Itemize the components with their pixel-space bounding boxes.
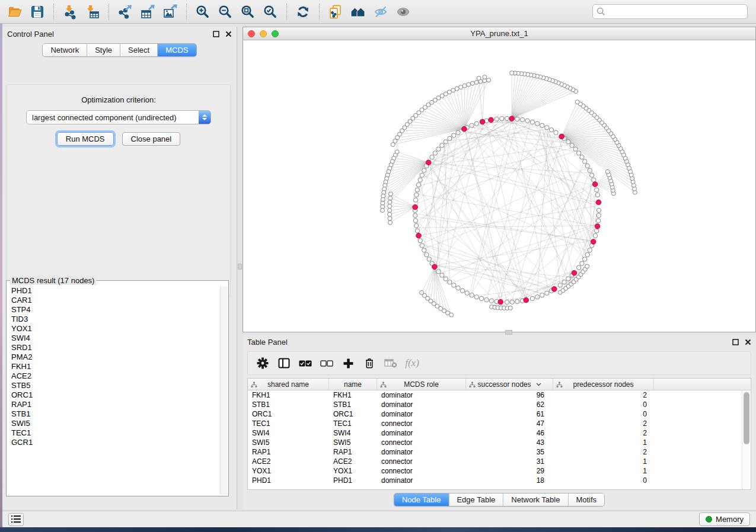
network-canvas[interactable] [243,40,755,332]
graph-leaf-node[interactable] [388,204,392,209]
vertical-splitter[interactable] [237,27,243,509]
mcds-result-item[interactable]: SWI5 [11,419,220,428]
graph-node[interactable] [540,293,544,297]
graph-node[interactable] [525,118,529,123]
graph-node[interactable] [489,299,493,303]
graph-node[interactable] [577,151,581,155]
table-scrollbar-thumb[interactable] [744,392,749,444]
column-header-name[interactable]: name [329,379,377,390]
table-scrollbar-track[interactable] [742,390,751,489]
graph-dominator-node[interactable] [426,160,431,165]
zoom-fit-button[interactable] [237,2,259,22]
graph-node[interactable] [593,233,597,238]
graph-node[interactable] [414,223,419,227]
graph-leaf-node[interactable] [388,209,392,213]
graph-node[interactable] [515,299,519,303]
export-image-button[interactable] [159,2,181,22]
graph-dominator-node[interactable] [595,224,600,229]
splitter-grip[interactable] [238,264,242,270]
graph-node[interactable] [583,257,587,261]
graph-node[interactable] [535,295,540,299]
graph-dominator-node[interactable] [462,127,467,132]
table-row[interactable]: RAP1RAP1dominator352 [248,447,742,457]
graph-leaf-node[interactable] [391,143,395,147]
graph-node[interactable] [588,248,592,252]
mcds-result-item[interactable]: ORC1 [11,390,220,400]
float-panel-button[interactable] [212,31,219,38]
graph-node[interactable] [596,213,601,217]
table-row[interactable]: FKH1FKH1dominator962 [248,390,742,400]
graph-dominator-node[interactable] [413,204,418,210]
graph-node[interactable] [448,136,452,140]
criterion-dropdown[interactable]: largest connected component (undirected) [26,110,211,124]
show-all-button[interactable] [392,2,414,22]
select-all-button[interactable] [296,354,314,372]
save-session-button[interactable] [26,2,49,22]
graph-node[interactable] [545,126,549,130]
graph-dominator-node[interactable] [509,116,515,121]
graph-node[interactable] [594,188,598,192]
graph-node[interactable] [580,155,584,159]
graph-node[interactable] [420,173,424,177]
mcds-result-item[interactable]: STB5 [11,381,220,390]
first-neighbors-button[interactable] [347,2,369,22]
graph-node[interactable] [418,178,422,182]
graph-node[interactable] [580,261,584,265]
task-history-button[interactable] [8,513,24,526]
hide-selected-button[interactable] [369,2,392,22]
graph-node[interactable] [418,239,422,243]
refresh-view-button[interactable] [292,2,314,22]
graph-leaf-node[interactable] [477,76,481,81]
graph-leaf-node[interactable] [605,169,610,174]
column-header-mcds-role[interactable]: MCDS role [377,379,466,390]
graph-node[interactable] [583,159,587,164]
graph-node[interactable] [577,265,581,270]
function-builder-button[interactable]: f(x) [403,354,421,372]
graph-node[interactable] [430,155,434,159]
graph-node[interactable] [540,123,544,127]
splitter-grip[interactable] [505,330,512,335]
column-header-predecessor-nodes[interactable]: predecessor nodes [553,379,654,390]
tab-network[interactable]: Network [43,44,87,56]
mcds-result-item[interactable]: PMA2 [11,352,220,362]
graph-node[interactable] [440,273,444,277]
column-settings-gear-button[interactable] [254,354,272,372]
graph-leaf-node[interactable] [585,264,589,268]
graph-node[interactable] [505,116,509,120]
graph-node[interactable] [562,280,566,284]
graph-node[interactable] [440,143,444,148]
graph-node[interactable] [566,277,570,281]
graph-node[interactable] [495,117,499,121]
open-file-button[interactable] [4,2,26,22]
mcds-result-item[interactable]: FKH1 [11,362,220,371]
table-row[interactable]: STB1STB1dominator620 [248,400,742,409]
graph-leaf-node[interactable] [575,100,579,104]
graph-leaf-node[interactable] [510,71,514,75]
graph-dominator-node[interactable] [432,264,438,270]
graph-node[interactable] [414,193,419,197]
deselect-all-button[interactable] [318,354,336,372]
import-table-button[interactable] [81,2,104,22]
graph-dominator-node[interactable] [498,299,503,305]
graph-node[interactable] [573,147,578,151]
graph-node[interactable] [413,198,417,202]
search-input[interactable] [592,4,748,19]
network-graph[interactable] [243,40,755,332]
mcds-result-item[interactable]: TID3 [11,315,220,324]
graph-node[interactable] [596,208,601,212]
graph-node[interactable] [588,168,592,172]
graph-node[interactable] [465,291,469,295]
mcds-result-item[interactable]: YOX1 [11,324,220,334]
graph-node[interactable] [444,277,448,281]
graph-dominator-node[interactable] [596,200,601,205]
column-header-successor-nodes[interactable]: successor nodes [466,379,553,390]
memory-button[interactable]: Memory [699,512,750,526]
zoom-in-button[interactable] [192,2,214,22]
graph-node[interactable] [436,270,441,274]
mcds-result-item[interactable]: ACE2 [11,371,220,381]
mcds-list-scrollbar[interactable] [220,286,228,495]
graph-node[interactable] [470,123,474,127]
table-row[interactable]: SWI5SWI5connector431 [248,438,742,447]
graph-dominator-node[interactable] [572,270,577,275]
graph-node[interactable] [515,117,519,121]
